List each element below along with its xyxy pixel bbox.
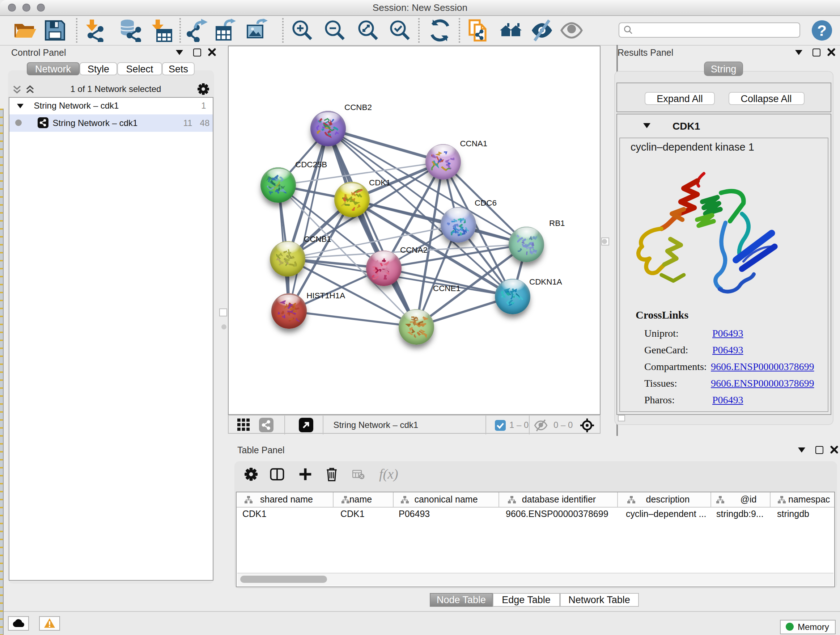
svg-text:?: ? [817,22,827,39]
